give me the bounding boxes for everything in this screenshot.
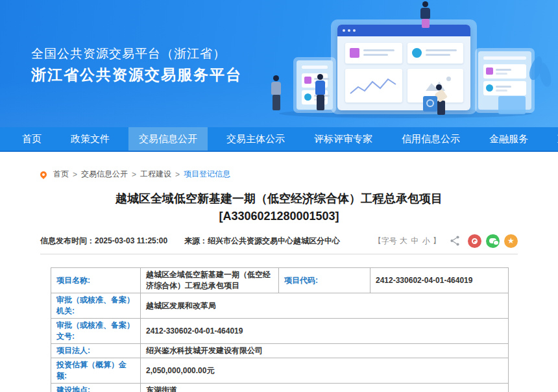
meta-info: 信息发布时间：2025-03-03 11:25:00来源：绍兴市公共资源交易中心… — [40, 236, 340, 247]
page-content: 首页 > 交易信息公开 > 工程建设 > 项目登记信息 越城区全域低空新基建一期… — [0, 152, 558, 392]
breadcrumb-home[interactable]: 首页 — [53, 169, 69, 180]
source-label: 来源： — [184, 236, 208, 245]
weibo-share-icon[interactable] — [468, 234, 481, 248]
breadcrumb-separator: > — [73, 170, 77, 179]
font-size-medium-button[interactable]: 中 — [411, 236, 418, 245]
platform-title-provincial: 浙江省公共资源交易服务平台 — [31, 65, 242, 85]
share-icon[interactable] — [449, 235, 461, 247]
meta-actions: 【字号 大 中 小 】 ★ — [374, 234, 518, 248]
source-value: 绍兴市公共资源交易中心越城区分中心 — [208, 236, 340, 245]
page-title-line2: [A3306021280001503] — [0, 208, 558, 225]
font-size-suffix: 】 — [433, 236, 441, 245]
qzone-share-icon[interactable]: ★ — [504, 234, 518, 248]
nav-item-home[interactable]: 首页 — [12, 127, 52, 151]
person-sitting-illustration — [420, 1, 430, 28]
field-value: 2412-330602-04-01-464019 — [370, 268, 509, 293]
font-size-small-button[interactable]: 小 — [422, 236, 430, 245]
card-purple-square — [345, 43, 402, 64]
font-size-control: 【字号 大 中 小 】 — [374, 236, 441, 247]
field-value: 绍兴鉴水科技城开发建设有限公司 — [141, 344, 509, 358]
shield-box-icon — [423, 96, 437, 112]
browser-titlebar — [337, 25, 470, 36]
table-row: 项目名称: 越城区全域低空新基建一期（低空经济综合体）工程总承包项目 项目代码:… — [51, 268, 509, 293]
leaf-decoration — [537, 62, 553, 88]
meta-bar: 信息发布时间：2025-03-03 11:25:00来源：绍兴市公共资源交易中心… — [40, 233, 518, 249]
field-label: 项目名称: — [51, 268, 141, 293]
person-standing-illustration — [315, 74, 325, 110]
breadcrumb-separator: > — [132, 170, 136, 179]
field-value: 东湖街道 — [141, 384, 509, 392]
table-row: 投资估算（概算）金额: 2,050,000,000.00元 — [51, 358, 509, 384]
table-row: 审批（或核准、备案）机关: 越城区发展和改革局 — [51, 293, 509, 319]
blue-cube-illustration — [498, 96, 526, 114]
hero-illustration — [273, 0, 558, 127]
nav-item-policy-documents[interactable]: 政策文件 — [60, 127, 120, 151]
main-nav: 首页 政策文件 交易信息公开 交易主体公示 评标评审专家 信用信息公示 金融服务… — [0, 127, 558, 152]
hero-banner: 全国公共资源交易平台（浙江省） 浙江省公共资源交易服务平台 — [0, 0, 558, 127]
field-label: 项目代码: — [279, 268, 370, 293]
nav-item-trade-subject-publicity[interactable]: 交易主体公示 — [216, 127, 295, 151]
breadcrumb-project-registration: 项目登记信息 — [184, 169, 230, 180]
field-value: 2,050,000,000.00元 — [141, 358, 509, 384]
card-line-chart — [345, 69, 402, 103]
publish-time-label: 信息发布时间： — [40, 236, 95, 245]
field-label: 项目法人: — [51, 344, 141, 358]
nav-item-credit-info-publicity[interactable]: 信用信息公示 — [391, 127, 470, 151]
breadcrumb-engineering[interactable]: 工程建设 — [140, 169, 171, 180]
nav-item-trade-info-disclosure[interactable]: 交易信息公开 — [128, 127, 208, 151]
field-value: 越城区全域低空新基建一期（低空经济综合体）工程总承包项目 — [141, 268, 279, 293]
field-label: 审批（或核准、备案）机关: — [51, 293, 141, 319]
browser-window-illustration — [337, 25, 470, 110]
page-title: 越城区全域低空新基建一期（低空经济综合体）工程总承包项目 [A330602128… — [0, 190, 558, 225]
page-title-line1: 越城区全域低空新基建一期（低空经济综合体）工程总承包项目 — [0, 190, 558, 208]
field-label: 建设地点: — [51, 384, 141, 392]
line-chart-icon — [348, 73, 400, 99]
nav-item-evaluation-experts[interactable]: 评标评审专家 — [304, 127, 383, 151]
breadcrumb-separator: > — [175, 170, 180, 179]
nav-item-interaction[interactable]: 互动交流 — [547, 127, 558, 151]
wechat-share-icon[interactable] — [486, 234, 500, 248]
field-value: 2412-330602-04-01-464019 — [141, 319, 509, 344]
location-pin-icon — [39, 169, 48, 178]
tablet-left-illustration — [293, 57, 336, 113]
table-row: 项目法人: 绍兴鉴水科技城开发建设有限公司 — [51, 344, 509, 358]
table-row: 审批（或核准、备案）文号: 2412-330602-04-01-464019 — [51, 319, 509, 344]
font-size-prefix: 【字号 — [374, 236, 397, 245]
platform-title-national: 全国公共资源交易平台（浙江省） — [31, 45, 226, 62]
font-size-large-button[interactable]: 大 — [400, 236, 407, 245]
person-bending-illustration — [436, 84, 446, 115]
breadcrumb: 首页 > 交易信息公开 > 工程建设 > 项目登记信息 — [0, 152, 558, 180]
field-label: 投资估算（概算）金额: — [51, 358, 141, 384]
person-walking-illustration — [271, 75, 281, 110]
table-row: 建设地点: 东湖街道 — [51, 384, 509, 392]
content-divider — [40, 254, 518, 254]
sun-icon — [446, 77, 451, 81]
project-info-table: 项目名称: 越城区全域低空新基建一期（低空经济综合体）工程总承包项目 项目代码:… — [51, 267, 509, 392]
nav-item-financial-services[interactable]: 金融服务 — [479, 127, 539, 151]
field-label: 审批（或核准、备案）文号: — [51, 319, 141, 344]
card-blue-circle — [407, 43, 463, 64]
breadcrumb-trade-info[interactable]: 交易信息公开 — [81, 169, 128, 180]
field-value: 越城区发展和改革局 — [141, 293, 509, 319]
publish-time-value: 2025-03-03 11:25:00 — [95, 236, 167, 245]
